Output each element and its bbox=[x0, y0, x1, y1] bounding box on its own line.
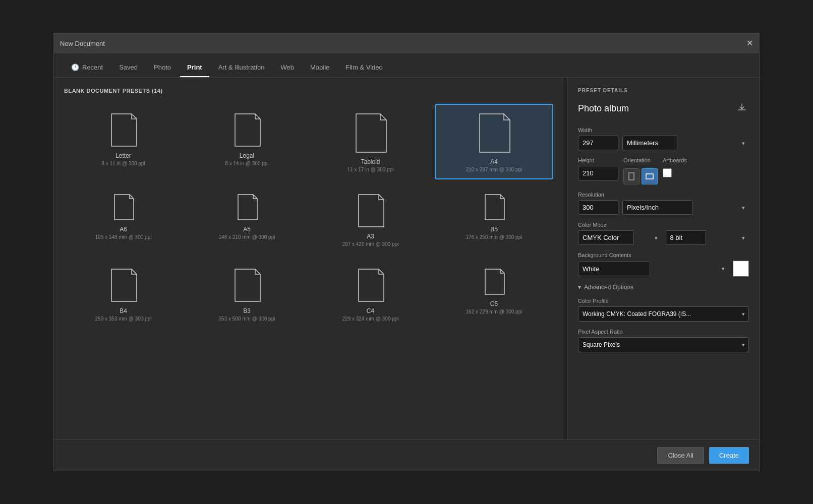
preset-desc-c4: 229 x 324 mm @ 300 ppi bbox=[342, 316, 399, 322]
titlebar: New Document ✕ bbox=[54, 33, 759, 53]
color-bit-wrapper: 8 bit 16 bit 32 bit bbox=[666, 230, 749, 245]
preset-item-a5[interactable]: A5 148 x 210 mm @ 300 ppi bbox=[188, 184, 306, 254]
background-label: Background Contents bbox=[578, 252, 749, 258]
tab-film[interactable]: Film & Video bbox=[338, 58, 389, 77]
height-label: Height bbox=[578, 157, 618, 163]
preset-item-b5[interactable]: B5 176 x 250 mm @ 300 ppi bbox=[435, 184, 553, 254]
color-profile-wrapper: Working CMYK: Coated FOGRA39 (IS... bbox=[578, 306, 749, 322]
artboards-group: Artboards bbox=[663, 157, 687, 184]
artboards-checkbox[interactable] bbox=[663, 168, 672, 177]
orientation-buttons bbox=[623, 168, 658, 184]
preset-item-a6[interactable]: A6 105 x 148 mm @ 300 ppi bbox=[64, 184, 183, 254]
preset-desc-tabloid: 11 x 17 in @ 300 ppi bbox=[347, 167, 394, 172]
preset-item-a3[interactable]: A3 297 x 420 mm @ 300 ppi bbox=[311, 184, 430, 254]
preset-desc-letter: 8 x 11 in @ 300 ppi bbox=[101, 161, 145, 166]
preset-item-c5[interactable]: C5 162 x 229 mm @ 300 ppi bbox=[435, 259, 553, 329]
dialog-title: New Document bbox=[60, 40, 105, 47]
orientation-group: Orientation bbox=[623, 157, 658, 184]
tab-mobile[interactable]: Mobile bbox=[303, 58, 336, 77]
resolution-controls: Pixels/Inch Pixels/Centimeter bbox=[578, 200, 749, 215]
color-mode-field-row: Color Mode CMYK Color RGB Color Grayscal… bbox=[578, 222, 749, 245]
close-all-button[interactable]: Close All bbox=[657, 447, 704, 464]
preset-item-tabloid[interactable]: Tabloid 11 x 17 in @ 300 ppi bbox=[311, 104, 430, 179]
color-profile-label: Color Profile bbox=[578, 298, 749, 304]
preset-details-label: PRESET DETAILS bbox=[578, 88, 749, 93]
save-preset-button[interactable] bbox=[735, 100, 749, 117]
details-panel: PRESET DETAILS Width Millimeters bbox=[567, 78, 759, 439]
resolution-input[interactable] bbox=[578, 200, 618, 215]
document-icon-b5 bbox=[483, 194, 505, 221]
portrait-icon bbox=[628, 172, 634, 180]
scrollbar[interactable] bbox=[563, 78, 567, 439]
clock-icon: 🕐 bbox=[71, 64, 79, 71]
preset-item-b4[interactable]: B4 250 x 353 mm @ 300 ppi bbox=[64, 259, 183, 329]
width-unit-wrapper: Millimeters Pixels Inches Centimeters Po… bbox=[622, 136, 749, 150]
width-label: Width bbox=[578, 127, 749, 133]
preset-desc-c5: 162 x 229 mm @ 300 ppi bbox=[466, 309, 522, 314]
width-unit-select[interactable]: Millimeters Pixels Inches Centimeters Po… bbox=[622, 136, 677, 150]
create-button[interactable]: Create bbox=[709, 447, 749, 464]
tab-web[interactable]: Web bbox=[273, 58, 301, 77]
resolution-label: Resolution bbox=[578, 192, 749, 198]
preset-name-b3: B3 bbox=[243, 307, 251, 314]
presets-grid: Letter 8 x 11 in @ 300 ppi Legal 8 x 14 … bbox=[64, 104, 553, 329]
height-orientation-row: Height Orientation bbox=[578, 157, 749, 184]
landscape-button[interactable] bbox=[642, 168, 658, 184]
document-icon-letter bbox=[109, 113, 138, 147]
advanced-options-toggle[interactable]: ▾ Advanced Options bbox=[578, 284, 749, 291]
preset-name-letter: Letter bbox=[115, 152, 131, 159]
background-controls: White Black Background Color Transparent… bbox=[578, 261, 749, 277]
download-icon bbox=[737, 102, 747, 112]
preset-desc-a3: 297 x 420 mm @ 300 ppi bbox=[342, 241, 399, 247]
document-icon-c4 bbox=[357, 268, 385, 302]
preset-desc-a5: 148 x 210 mm @ 300 ppi bbox=[219, 234, 275, 240]
artboards-label: Artboards bbox=[663, 157, 687, 163]
color-profile-select[interactable]: Working CMYK: Coated FOGRA39 (IS... bbox=[578, 306, 749, 322]
pixel-aspect-select[interactable]: Square Pixels D1/DV NTSC (0.91) D1/DV PA… bbox=[578, 337, 749, 352]
height-input[interactable] bbox=[578, 166, 618, 180]
pixel-aspect-field-row: Pixel Aspect Ratio Square Pixels D1/DV N… bbox=[578, 329, 749, 352]
landscape-icon bbox=[646, 173, 654, 179]
portrait-button[interactable] bbox=[623, 168, 640, 184]
preset-name-input[interactable] bbox=[578, 103, 735, 114]
preset-name-legal: Legal bbox=[240, 152, 254, 159]
background-select[interactable]: White Black Background Color Transparent… bbox=[578, 262, 650, 276]
color-mode-label: Color Mode bbox=[578, 222, 749, 228]
tab-print[interactable]: Print bbox=[180, 58, 209, 77]
resolution-unit-select[interactable]: Pixels/Inch Pixels/Centimeter bbox=[622, 200, 693, 215]
preset-desc-a4: 210 x 297 mm @ 300 ppi bbox=[466, 167, 522, 172]
svg-rect-0 bbox=[629, 173, 634, 180]
resolution-unit-wrapper: Pixels/Inch Pixels/Centimeter bbox=[622, 200, 749, 215]
document-icon-tabloid bbox=[354, 113, 387, 153]
presets-panel: BLANK DOCUMENT PRESETS (14) Letter 8 x 1… bbox=[54, 78, 563, 439]
color-mode-select[interactable]: CMYK Color RGB Color Grayscale Bitmap La… bbox=[578, 230, 634, 245]
presets-heading: BLANK DOCUMENT PRESETS (14) bbox=[64, 88, 553, 94]
preset-desc-b5: 176 x 250 mm @ 300 ppi bbox=[466, 234, 522, 240]
tab-photo[interactable]: Photo bbox=[147, 58, 178, 77]
preset-desc-legal: 8 x 14 in @ 300 ppi bbox=[225, 161, 268, 166]
preset-item-letter[interactable]: Letter 8 x 11 in @ 300 ppi bbox=[64, 104, 183, 179]
background-field-row: Background Contents White Black Backgrou… bbox=[578, 252, 749, 277]
document-icon-b4 bbox=[109, 268, 138, 302]
preset-item-a4[interactable]: A4 210 x 297 mm @ 300 ppi bbox=[435, 104, 553, 179]
orientation-label: Orientation bbox=[623, 157, 658, 163]
document-icon-a3 bbox=[357, 194, 385, 228]
preset-item-legal[interactable]: Legal 8 x 14 in @ 300 ppi bbox=[188, 104, 306, 179]
tab-saved[interactable]: Saved bbox=[112, 58, 145, 77]
color-mode-wrapper: CMYK Color RGB Color Grayscale Bitmap La… bbox=[578, 230, 662, 245]
close-button[interactable]: ✕ bbox=[746, 39, 753, 47]
background-color-swatch[interactable] bbox=[733, 261, 749, 277]
preset-item-b3[interactable]: B3 353 x 500 mm @ 300 ppi bbox=[188, 259, 306, 329]
document-icon-a5 bbox=[236, 194, 258, 221]
preset-item-c4[interactable]: C4 229 x 324 mm @ 300 ppi bbox=[311, 259, 430, 329]
preset-desc-b3: 353 x 500 mm @ 300 ppi bbox=[219, 316, 275, 322]
preset-desc-b4: 250 x 353 mm @ 300 ppi bbox=[95, 316, 152, 322]
width-input[interactable] bbox=[578, 136, 618, 150]
background-wrapper: White Black Background Color Transparent… bbox=[578, 262, 729, 276]
preset-name-a5: A5 bbox=[243, 226, 251, 233]
tab-recent[interactable]: 🕐 Recent bbox=[64, 58, 110, 77]
tab-art[interactable]: Art & Illustration bbox=[211, 58, 272, 77]
document-icon-legal bbox=[233, 113, 261, 147]
color-profile-field-row: Color Profile Working CMYK: Coated FOGRA… bbox=[578, 298, 749, 322]
color-bit-select[interactable]: 8 bit 16 bit 32 bit bbox=[666, 230, 706, 245]
